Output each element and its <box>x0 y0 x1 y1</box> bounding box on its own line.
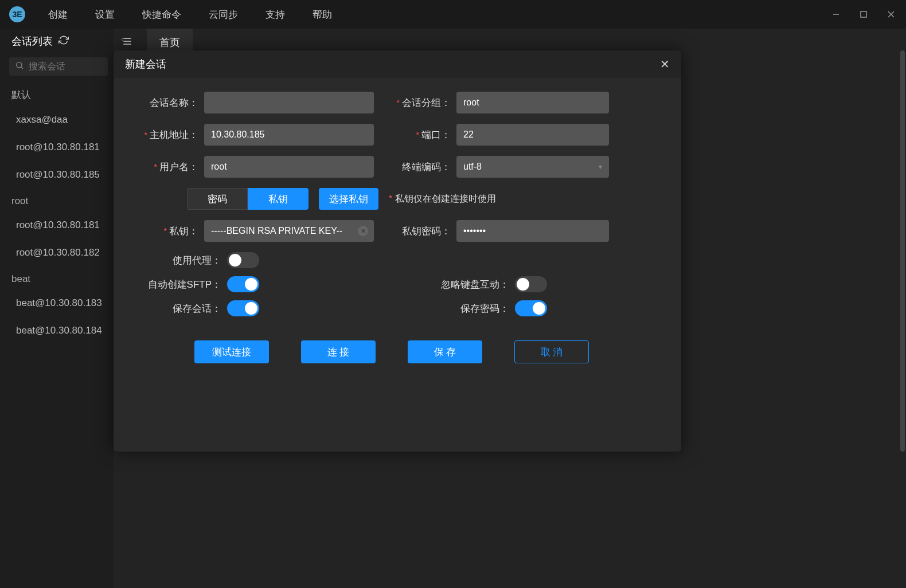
session-group-input[interactable] <box>456 92 609 113</box>
menu-support[interactable]: 支持 <box>265 8 285 21</box>
test-connection-button[interactable]: 测试连接 <box>194 340 269 363</box>
dialog-title: 新建会话 <box>125 57 166 71</box>
menu-settings[interactable]: 设置 <box>95 8 115 21</box>
label-key-password: 私钥密码： <box>383 225 456 238</box>
label-encoding: 终端编码： <box>383 160 456 174</box>
refresh-icon[interactable] <box>58 35 69 48</box>
ignore-keyboard-toggle[interactable] <box>515 276 547 292</box>
svg-line-5 <box>21 67 23 69</box>
auth-key-tab[interactable]: 私钥 <box>248 188 308 210</box>
username-input[interactable] <box>204 156 374 178</box>
svg-point-4 <box>17 62 22 68</box>
select-key-button[interactable]: 选择私钥 <box>319 188 378 210</box>
app-logo: 3E <box>9 6 25 22</box>
maximize-icon[interactable] <box>858 9 869 20</box>
window-controls <box>830 9 897 20</box>
label-username: *用户名： <box>131 160 204 174</box>
dialog-close-icon[interactable]: ✕ <box>660 57 670 71</box>
sidebar: 会话列表 默认 xaxsa@daa root@10.30.80.181 root… <box>0 29 114 588</box>
menu-cloud-sync[interactable]: 云同步 <box>209 8 238 21</box>
session-item[interactable]: root@10.30.80.181 <box>0 211 114 239</box>
key-password-input[interactable] <box>456 220 609 242</box>
group-label[interactable]: root <box>0 189 114 211</box>
session-name-input[interactable] <box>204 92 374 113</box>
auth-type-segment: 密码 私钥 <box>187 188 308 210</box>
clear-key-icon[interactable]: ✕ <box>358 226 368 236</box>
session-item[interactable]: root@10.30.80.185 <box>0 161 114 189</box>
connect-button[interactable]: 连 接 <box>301 340 376 363</box>
dialog-header: 新建会话 ✕ <box>114 50 681 78</box>
label-save-password: 保存密码： <box>383 302 515 315</box>
search-box[interactable] <box>9 57 108 76</box>
label-save-session: 保存会话： <box>131 302 227 315</box>
session-item[interactable]: beat@10.30.80.184 <box>0 317 114 344</box>
key-hint: * 私钥仅在创建连接时使用 <box>389 193 496 205</box>
collapse-sidebar-icon[interactable] <box>122 36 133 49</box>
label-session-name: 会话名称： <box>131 96 204 109</box>
new-session-dialog: 新建会话 ✕ 会话名称： *会话分组： *主机地址： *端口： <box>114 50 681 452</box>
session-item[interactable]: xaxsa@daa <box>0 106 114 134</box>
close-icon[interactable] <box>885 9 897 20</box>
group-label[interactable]: beat <box>0 266 114 289</box>
sidebar-title: 会话列表 <box>11 34 53 48</box>
dialog-footer: 测试连接 连 接 保 存 取 消 <box>131 324 653 369</box>
chevron-down-icon: ▾ <box>599 163 602 171</box>
search-input[interactable] <box>29 61 102 72</box>
auth-password-tab[interactable]: 密码 <box>187 188 248 210</box>
menu-help[interactable]: 帮助 <box>313 8 332 21</box>
cancel-button[interactable]: 取 消 <box>514 340 589 363</box>
dialog-scrollbar[interactable] <box>900 50 905 452</box>
session-item[interactable]: beat@10.30.80.183 <box>0 289 114 317</box>
group-label[interactable]: 默认 <box>0 81 114 106</box>
session-item[interactable]: root@10.30.80.181 <box>0 134 114 161</box>
menu-shortcuts[interactable]: 快捷命令 <box>142 8 181 21</box>
use-proxy-toggle[interactable] <box>227 252 259 268</box>
label-ignore-keyboard: 忽略键盘互动： <box>383 278 515 291</box>
search-icon <box>15 61 24 72</box>
private-key-input[interactable] <box>204 220 374 242</box>
save-button[interactable]: 保 存 <box>408 340 482 363</box>
svg-rect-1 <box>861 11 866 17</box>
label-session-group: *会话分组： <box>383 96 456 109</box>
sidebar-header: 会话列表 <box>0 29 114 54</box>
save-session-toggle[interactable] <box>227 300 259 316</box>
label-use-proxy: 使用代理： <box>131 254 227 267</box>
encoding-select[interactable]: utf-8 ▾ <box>456 156 609 178</box>
host-input[interactable] <box>204 124 374 146</box>
titlebar: 3E 创建 设置 快捷命令 云同步 支持 帮助 <box>0 0 906 29</box>
encoding-value: utf-8 <box>463 162 482 172</box>
auto-sftp-toggle[interactable] <box>227 276 259 292</box>
label-auto-sftp: 自动创建SFTP： <box>131 278 227 291</box>
port-input[interactable] <box>456 124 609 146</box>
menubar: 创建 设置 快捷命令 云同步 支持 帮助 <box>48 8 332 21</box>
minimize-icon[interactable] <box>830 9 842 20</box>
label-port: *端口： <box>383 128 456 142</box>
menu-create[interactable]: 创建 <box>48 8 68 21</box>
label-host: *主机地址： <box>131 128 204 142</box>
label-private-key: *私钥： <box>131 225 204 238</box>
session-item[interactable]: root@10.30.80.182 <box>0 239 114 266</box>
save-password-toggle[interactable] <box>515 300 547 316</box>
